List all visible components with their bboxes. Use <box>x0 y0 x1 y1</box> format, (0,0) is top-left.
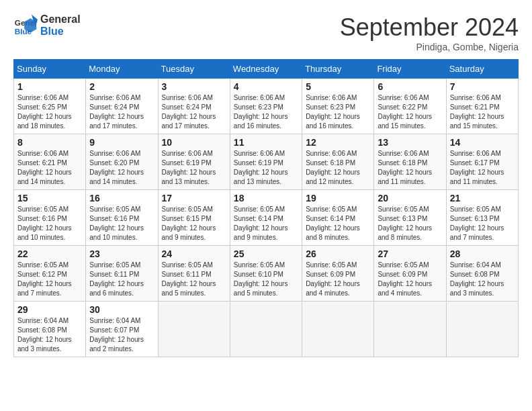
day-info: Sunrise: 6:06 AM Sunset: 6:23 PM Dayligh… <box>234 93 298 131</box>
day-info: Sunrise: 6:05 AM Sunset: 6:14 PM Dayligh… <box>306 205 370 242</box>
calendar-cell: 22Sunrise: 6:05 AM Sunset: 6:12 PM Dayli… <box>14 246 86 302</box>
day-info: Sunrise: 6:05 AM Sunset: 6:16 PM Dayligh… <box>89 205 154 242</box>
day-number: 17 <box>162 193 226 203</box>
calendar-week-row: 22Sunrise: 6:05 AM Sunset: 6:12 PM Dayli… <box>14 246 519 302</box>
calendar-cell <box>302 302 374 357</box>
day-header-monday: Monday <box>86 60 158 79</box>
calendar-cell: 5Sunrise: 6:06 AM Sunset: 6:23 PM Daylig… <box>302 79 374 134</box>
calendar-cell: 6Sunrise: 6:06 AM Sunset: 6:22 PM Daylig… <box>374 79 446 134</box>
day-number: 6 <box>378 81 442 92</box>
calendar-cell: 8Sunrise: 6:06 AM Sunset: 6:21 PM Daylig… <box>14 134 86 190</box>
day-info: Sunrise: 6:05 AM Sunset: 6:14 PM Dayligh… <box>234 205 298 242</box>
day-info: Sunrise: 6:06 AM Sunset: 6:22 PM Dayligh… <box>378 93 442 131</box>
month-title: September 2024 <box>340 13 519 42</box>
day-number: 14 <box>450 137 515 148</box>
day-info: Sunrise: 6:06 AM Sunset: 6:24 PM Dayligh… <box>162 93 226 131</box>
calendar-cell: 25Sunrise: 6:05 AM Sunset: 6:10 PM Dayli… <box>230 246 302 302</box>
day-number: 3 <box>162 81 226 92</box>
calendar-cell <box>158 302 230 357</box>
day-number: 21 <box>450 193 515 203</box>
calendar-cell <box>446 302 518 357</box>
day-number: 28 <box>450 248 515 259</box>
day-number: 20 <box>378 193 442 203</box>
calendar-cell <box>230 302 302 357</box>
day-number: 1 <box>17 81 82 92</box>
day-info: Sunrise: 6:05 AM Sunset: 6:15 PM Dayligh… <box>162 205 226 242</box>
day-info: Sunrise: 6:06 AM Sunset: 6:21 PM Dayligh… <box>450 93 515 131</box>
day-number: 25 <box>234 248 298 259</box>
calendar-cell: 7Sunrise: 6:06 AM Sunset: 6:21 PM Daylig… <box>446 79 518 134</box>
calendar-cell: 10Sunrise: 6:06 AM Sunset: 6:19 PM Dayli… <box>158 134 230 190</box>
day-number: 8 <box>17 137 82 148</box>
calendar-cell: 17Sunrise: 6:05 AM Sunset: 6:15 PM Dayli… <box>158 190 230 246</box>
day-number: 12 <box>306 137 370 148</box>
day-number: 30 <box>89 304 154 315</box>
calendar-cell: 30Sunrise: 6:04 AM Sunset: 6:07 PM Dayli… <box>86 302 158 357</box>
day-header-tuesday: Tuesday <box>158 60 230 79</box>
day-number: 16 <box>89 193 154 203</box>
calendar-week-row: 1Sunrise: 6:06 AM Sunset: 6:25 PM Daylig… <box>14 79 519 134</box>
day-number: 26 <box>306 248 370 259</box>
day-header-saturday: Saturday <box>446 60 518 79</box>
calendar-cell: 15Sunrise: 6:05 AM Sunset: 6:16 PM Dayli… <box>14 190 86 246</box>
day-info: Sunrise: 6:06 AM Sunset: 6:23 PM Dayligh… <box>306 93 370 131</box>
day-number: 11 <box>234 137 298 148</box>
day-info: Sunrise: 6:05 AM Sunset: 6:13 PM Dayligh… <box>450 205 515 242</box>
calendar-cell: 27Sunrise: 6:05 AM Sunset: 6:09 PM Dayli… <box>374 246 446 302</box>
calendar-week-row: 15Sunrise: 6:05 AM Sunset: 6:16 PM Dayli… <box>14 190 519 246</box>
day-number: 7 <box>450 81 515 92</box>
location-subtitle: Pindiga, Gombe, Nigeria <box>340 42 519 52</box>
day-info: Sunrise: 6:06 AM Sunset: 6:18 PM Dayligh… <box>306 149 370 187</box>
calendar-cell: 3Sunrise: 6:06 AM Sunset: 6:24 PM Daylig… <box>158 79 230 134</box>
calendar-cell: 26Sunrise: 6:05 AM Sunset: 6:09 PM Dayli… <box>302 246 374 302</box>
day-info: Sunrise: 6:06 AM Sunset: 6:20 PM Dayligh… <box>89 149 154 187</box>
day-info: Sunrise: 6:05 AM Sunset: 6:16 PM Dayligh… <box>17 205 82 242</box>
day-info: Sunrise: 6:06 AM Sunset: 6:17 PM Dayligh… <box>450 149 515 187</box>
calendar-cell: 2Sunrise: 6:06 AM Sunset: 6:24 PM Daylig… <box>86 79 158 134</box>
day-info: Sunrise: 6:06 AM Sunset: 6:21 PM Dayligh… <box>17 149 82 187</box>
title-block: September 2024 Pindiga, Gombe, Nigeria <box>340 13 519 52</box>
calendar-cell: 16Sunrise: 6:05 AM Sunset: 6:16 PM Dayli… <box>86 190 158 246</box>
day-number: 22 <box>17 248 82 259</box>
day-number: 27 <box>378 248 442 259</box>
calendar-cell: 20Sunrise: 6:05 AM Sunset: 6:13 PM Dayli… <box>374 190 446 246</box>
day-header-wednesday: Wednesday <box>230 60 302 79</box>
calendar-cell: 28Sunrise: 6:04 AM Sunset: 6:08 PM Dayli… <box>446 246 518 302</box>
day-info: Sunrise: 6:06 AM Sunset: 6:19 PM Dayligh… <box>234 149 298 187</box>
calendar-cell: 4Sunrise: 6:06 AM Sunset: 6:23 PM Daylig… <box>230 79 302 134</box>
calendar-cell: 23Sunrise: 6:05 AM Sunset: 6:11 PM Dayli… <box>86 246 158 302</box>
day-number: 2 <box>89 81 154 92</box>
day-info: Sunrise: 6:04 AM Sunset: 6:07 PM Dayligh… <box>89 316 154 354</box>
calendar-cell: 12Sunrise: 6:06 AM Sunset: 6:18 PM Dayli… <box>302 134 374 190</box>
calendar-header-row: SundayMondayTuesdayWednesdayThursdayFrid… <box>14 60 519 79</box>
calendar-cell: 24Sunrise: 6:05 AM Sunset: 6:11 PM Dayli… <box>158 246 230 302</box>
calendar-cell: 18Sunrise: 6:05 AM Sunset: 6:14 PM Dayli… <box>230 190 302 246</box>
day-number: 4 <box>234 81 298 92</box>
logo-icon: General Blue <box>13 13 38 38</box>
day-number: 15 <box>17 193 82 203</box>
calendar-cell: 1Sunrise: 6:06 AM Sunset: 6:25 PM Daylig… <box>14 79 86 134</box>
logo-line1: General <box>40 13 81 26</box>
day-number: 24 <box>162 248 226 259</box>
day-info: Sunrise: 6:05 AM Sunset: 6:11 PM Dayligh… <box>89 261 154 298</box>
day-header-friday: Friday <box>374 60 446 79</box>
day-number: 23 <box>89 248 154 259</box>
day-number: 18 <box>234 193 298 203</box>
day-header-thursday: Thursday <box>302 60 374 79</box>
logo-line2: Blue <box>40 26 81 38</box>
day-number: 5 <box>306 81 370 92</box>
day-info: Sunrise: 6:05 AM Sunset: 6:09 PM Dayligh… <box>306 261 370 298</box>
calendar-cell: 14Sunrise: 6:06 AM Sunset: 6:17 PM Dayli… <box>446 134 518 190</box>
day-number: 13 <box>378 137 442 148</box>
page-header: General Blue General Blue September 2024… <box>13 13 519 52</box>
day-header-sunday: Sunday <box>14 60 86 79</box>
day-number: 9 <box>89 137 154 148</box>
calendar-cell: 19Sunrise: 6:05 AM Sunset: 6:14 PM Dayli… <box>302 190 374 246</box>
calendar-cell <box>374 302 446 357</box>
day-info: Sunrise: 6:06 AM Sunset: 6:25 PM Dayligh… <box>17 93 82 131</box>
calendar-cell: 13Sunrise: 6:06 AM Sunset: 6:18 PM Dayli… <box>374 134 446 190</box>
day-info: Sunrise: 6:05 AM Sunset: 6:09 PM Dayligh… <box>378 261 442 298</box>
day-number: 29 <box>17 304 82 315</box>
day-info: Sunrise: 6:06 AM Sunset: 6:19 PM Dayligh… <box>162 149 226 187</box>
day-info: Sunrise: 6:05 AM Sunset: 6:12 PM Dayligh… <box>17 261 82 298</box>
